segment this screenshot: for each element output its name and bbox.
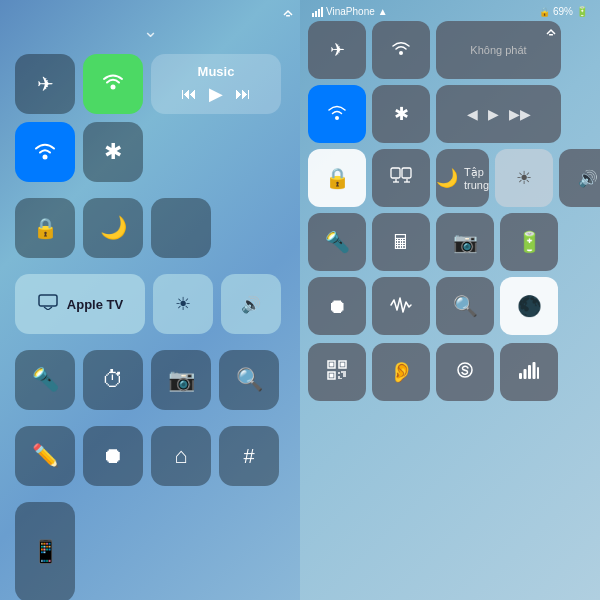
svg-rect-7	[391, 168, 400, 178]
status-bar: VinaPhone ▲ 🔒 69% 🔋	[308, 0, 592, 21]
left-row-6: 📱	[15, 502, 285, 600]
appletv-button[interactable]: Apple TV	[15, 274, 145, 334]
left-grid: ✈	[15, 54, 285, 600]
carrier-label: VinaPhone	[326, 6, 375, 17]
r-calc-icon: 🖩	[391, 231, 411, 254]
r-record-icon: ⏺	[327, 295, 347, 318]
r-next-button[interactable]: ▶▶	[509, 106, 531, 122]
r-brightness-button[interactable]: ☀	[495, 149, 553, 207]
left-row-3: Apple TV ☀ 🔊	[15, 274, 285, 334]
r-play-button[interactable]: ▶	[488, 106, 499, 122]
empty-cell-1	[151, 198, 211, 258]
r-battery-button[interactable]: 🔋	[500, 213, 558, 271]
r-music-card[interactable]: ◀ ▶ ▶▶	[436, 85, 561, 143]
music-card[interactable]: Music ⏮ ▶ ⏭	[151, 54, 281, 114]
svg-point-1	[43, 154, 48, 159]
volume-button[interactable]: 🔊	[221, 274, 281, 334]
r-focus-button[interactable]: 🌙 Tập trung	[436, 149, 489, 207]
battery-icon: 🔋	[576, 6, 588, 17]
right-row-1: ✈ Không phát	[308, 21, 592, 79]
right-row-4: 🔦 🖩 📷 🔋	[308, 213, 592, 271]
lock-rotate-button[interactable]: 🔒	[15, 198, 75, 258]
r-bluetooth-button[interactable]: ✱	[372, 85, 430, 143]
r-airplane-icon: ✈	[330, 39, 345, 61]
r-ear-button[interactable]: 👂	[372, 343, 430, 401]
right-row-2: ✱ ◀ ▶ ▶▶	[308, 85, 592, 143]
chevron-down-icon[interactable]: ⌄	[143, 20, 158, 42]
r-volume-button[interactable]: 🔊	[559, 149, 600, 207]
calc-button[interactable]: #	[219, 426, 279, 486]
camera-button[interactable]: 📷	[151, 350, 211, 410]
r-brightness-icon: ☀	[516, 167, 532, 189]
left-row-2: 🔒 🌙	[15, 198, 285, 258]
r-spectrum-button[interactable]	[500, 343, 558, 401]
prev-button[interactable]: ⏮	[181, 85, 197, 103]
r-camera-button[interactable]: 📷	[436, 213, 494, 271]
wifi-button[interactable]	[15, 122, 75, 182]
r-airplane-button[interactable]: ✈	[308, 21, 366, 79]
status-right: 🔒 69% 🔋	[539, 6, 588, 17]
r-battery-icon: 🔋	[517, 230, 542, 254]
signal-bar-4	[321, 7, 323, 17]
r-screen-mirror-button[interactable]	[372, 149, 430, 207]
appletv-label: Apple TV	[67, 297, 123, 312]
airplane-icon: ✈	[37, 72, 54, 96]
r-waveform-button[interactable]	[372, 277, 430, 335]
r-prev-button[interactable]: ◀	[467, 106, 478, 122]
r-focus-label: Tập trung	[464, 166, 489, 191]
flashlight-button[interactable]: 🔦	[15, 350, 75, 410]
magnify-icon: 🔍	[236, 367, 263, 393]
magnify-button[interactable]: 🔍	[219, 350, 279, 410]
play-button[interactable]: ▶	[209, 83, 223, 105]
music-controls: ⏮ ▶ ⏭	[181, 83, 251, 105]
wireless-icon	[100, 69, 126, 100]
r-wireless-button[interactable]	[372, 21, 430, 79]
home-icon: ⌂	[174, 443, 187, 469]
r-airplay-icon	[545, 25, 557, 39]
r-lock-rotate-button[interactable]: 🔒	[308, 149, 366, 207]
battery-percent: 69%	[553, 6, 573, 17]
svg-rect-28	[533, 362, 536, 379]
brightness-button[interactable]: ☀	[153, 274, 213, 334]
svg-rect-3	[39, 295, 57, 306]
svg-rect-27	[528, 365, 531, 379]
r-flashlight-icon: 🔦	[325, 230, 350, 254]
signal-bar-3	[318, 9, 320, 17]
home-button[interactable]: ⌂	[151, 426, 211, 486]
svg-point-4	[399, 51, 403, 55]
camera-icon: 📷	[168, 367, 195, 393]
r-magnify-icon: 🔍	[453, 294, 478, 318]
r-volume-icon: 🔊	[578, 169, 598, 188]
music-title: Music	[198, 64, 235, 79]
signal-bar-2	[315, 11, 317, 17]
do-not-disturb-button[interactable]: 🌙	[83, 198, 143, 258]
wireless-button[interactable]	[83, 54, 143, 114]
lock-rotate-icon: 🔒	[33, 216, 58, 240]
wifi-status-icon: ▲	[378, 6, 388, 17]
r-qr-button[interactable]	[308, 343, 366, 401]
notes-button[interactable]: ✏️	[15, 426, 75, 486]
timer-button[interactable]: ⏱	[83, 350, 143, 410]
remote-button[interactable]: 📱	[15, 502, 75, 600]
r-moon-white-button[interactable]: 🌑	[500, 277, 558, 335]
r-moon-white-icon: 🌑	[517, 294, 542, 318]
r-calc-button[interactable]: 🖩	[372, 213, 430, 271]
brightness-icon: ☀	[175, 293, 191, 315]
left-row-1: ✈	[15, 54, 285, 182]
airplane-mode-button[interactable]: ✈	[15, 54, 75, 114]
volume-icon: 🔊	[241, 295, 261, 314]
r-wireless-icon	[390, 37, 412, 63]
r-shazam-button[interactable]	[436, 343, 494, 401]
r-wifi-button[interactable]	[308, 85, 366, 143]
wifi-icon	[32, 137, 58, 168]
next-button[interactable]: ⏭	[235, 85, 251, 103]
r-magnify-button[interactable]: 🔍	[436, 277, 494, 335]
r-qr-icon	[326, 359, 348, 385]
screen-record-button[interactable]: ⏺	[83, 426, 143, 486]
left-row-5: ✏️ ⏺ ⌂ #	[15, 426, 285, 486]
bluetooth-button[interactable]: ✱	[83, 122, 143, 182]
r-record-button[interactable]: ⏺	[308, 277, 366, 335]
timer-icon: ⏱	[102, 367, 124, 393]
lock-status-icon: 🔒	[539, 7, 550, 17]
r-flashlight-button[interactable]: 🔦	[308, 213, 366, 271]
